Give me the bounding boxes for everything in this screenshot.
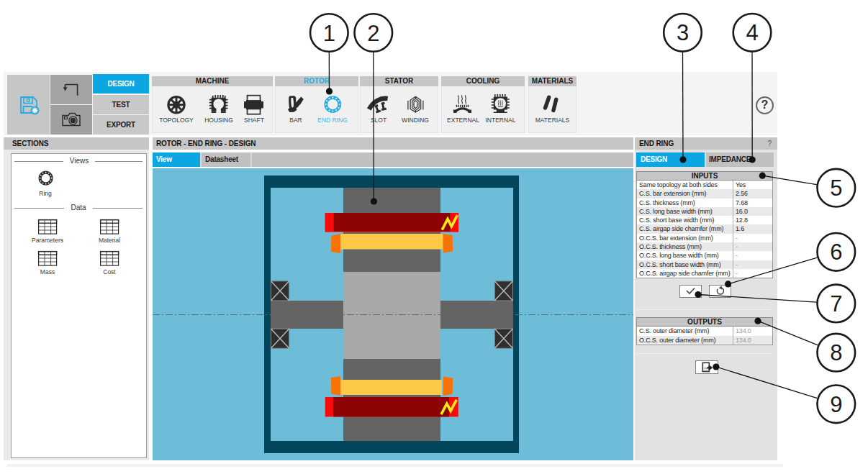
svg-text:8: 8 bbox=[830, 340, 842, 365]
svg-text:5: 5 bbox=[830, 176, 842, 201]
svg-text:2: 2 bbox=[367, 21, 379, 46]
svg-text:9: 9 bbox=[830, 392, 842, 417]
svg-text:3: 3 bbox=[677, 20, 689, 45]
svg-text:7: 7 bbox=[830, 291, 842, 316]
svg-text:6: 6 bbox=[830, 240, 842, 265]
svg-text:1: 1 bbox=[323, 21, 335, 46]
svg-text:4: 4 bbox=[746, 20, 758, 45]
